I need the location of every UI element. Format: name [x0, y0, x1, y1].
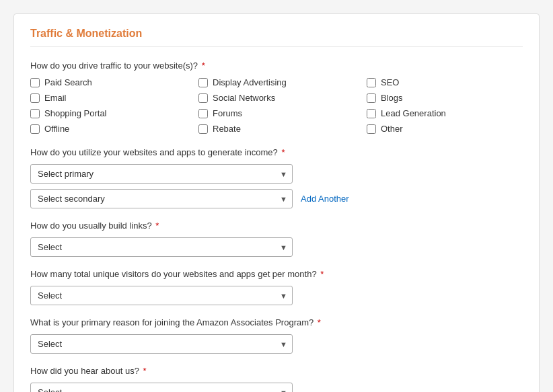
required-star-income: * — [279, 147, 285, 157]
reason-select[interactable]: Select — [30, 334, 293, 354]
required-star-traffic: * — [199, 61, 205, 71]
checkbox-input-seo[interactable] — [367, 78, 376, 87]
secondary-row: Select secondary ▼ Add Another — [30, 189, 523, 208]
checkbox-input-forums[interactable] — [198, 109, 208, 118]
checkbox-input-lead-generation[interactable] — [367, 109, 376, 118]
build-links-section: How do you usually build links? * Select… — [30, 221, 523, 257]
visitors-section: How many total unique visitors do your w… — [30, 269, 523, 305]
visitors-select[interactable]: Select — [30, 286, 293, 305]
required-star-reason: * — [315, 317, 321, 327]
checkbox-input-blogs[interactable] — [367, 93, 376, 103]
income-dropdowns-row: Select primary ▼ — [30, 164, 523, 184]
traffic-section: How do you drive traffic to your website… — [30, 61, 523, 134]
checkbox-offline[interactable]: Offline — [30, 124, 192, 134]
reason-question-label: What is your primary reason for joining … — [30, 317, 523, 327]
secondary-select-wrapper: Select secondary ▼ — [30, 189, 293, 208]
hear-select[interactable]: Select — [30, 383, 293, 392]
required-star-links: * — [153, 221, 159, 231]
checkbox-input-other[interactable] — [367, 124, 376, 134]
checkbox-social-networks[interactable]: Social Networks — [198, 93, 360, 103]
traffic-monetization-card: Traffic & Monetization How do you drive … — [13, 13, 540, 392]
visitors-select-wrapper: Select ▼ — [30, 286, 293, 305]
checkbox-input-email[interactable] — [30, 93, 40, 103]
checkbox-grid: Paid Search Display Advertising SEO Emai… — [30, 77, 523, 134]
visitors-question-label: How many total unique visitors do your w… — [30, 269, 523, 279]
checkbox-input-offline[interactable] — [30, 124, 40, 134]
hear-select-wrapper: Select ▼ — [30, 383, 293, 392]
section-title: Traffic & Monetization — [30, 28, 523, 47]
checkbox-seo[interactable]: SEO — [367, 77, 501, 87]
links-select-wrapper: Select ▼ — [30, 237, 293, 257]
hear-question-label: How did you hear about us? * — [30, 366, 523, 376]
traffic-question-label: How do you drive traffic to your website… — [30, 61, 523, 71]
checkbox-forums[interactable]: Forums — [198, 108, 360, 118]
reason-section: What is your primary reason for joining … — [30, 317, 523, 354]
checkbox-blogs[interactable]: Blogs — [367, 93, 501, 103]
secondary-select[interactable]: Select secondary — [30, 189, 293, 208]
links-select[interactable]: Select — [30, 237, 293, 257]
checkbox-shopping-portal[interactable]: Shopping Portal — [30, 108, 192, 118]
links-question-label: How do you usually build links? * — [30, 221, 523, 231]
checkbox-input-shopping-portal[interactable] — [30, 109, 40, 118]
checkbox-email[interactable]: Email — [30, 93, 192, 103]
checkbox-rebate[interactable]: Rebate — [198, 124, 360, 134]
add-another-link[interactable]: Add Another — [301, 194, 349, 204]
required-star-hear: * — [141, 366, 147, 376]
income-question-label: How do you utilize your websites and app… — [30, 147, 523, 157]
checkbox-input-paid-search[interactable] — [30, 78, 40, 87]
checkbox-input-social-networks[interactable] — [198, 93, 208, 103]
reason-select-wrapper: Select ▼ — [30, 334, 293, 354]
hear-section: How did you hear about us? * Select ▼ — [30, 366, 523, 392]
primary-select-wrapper: Select primary ▼ — [30, 164, 293, 184]
checkbox-paid-search[interactable]: Paid Search — [30, 77, 192, 87]
primary-select[interactable]: Select primary — [30, 164, 293, 184]
required-star-visitors: * — [318, 269, 324, 279]
checkbox-input-display-advertising[interactable] — [198, 78, 208, 87]
income-section: How do you utilize your websites and app… — [30, 147, 523, 208]
checkbox-input-rebate[interactable] — [198, 124, 208, 134]
checkbox-display-advertising[interactable]: Display Advertising — [198, 77, 360, 87]
checkbox-other[interactable]: Other — [367, 124, 501, 134]
checkbox-lead-generation[interactable]: Lead Generation — [367, 108, 501, 118]
